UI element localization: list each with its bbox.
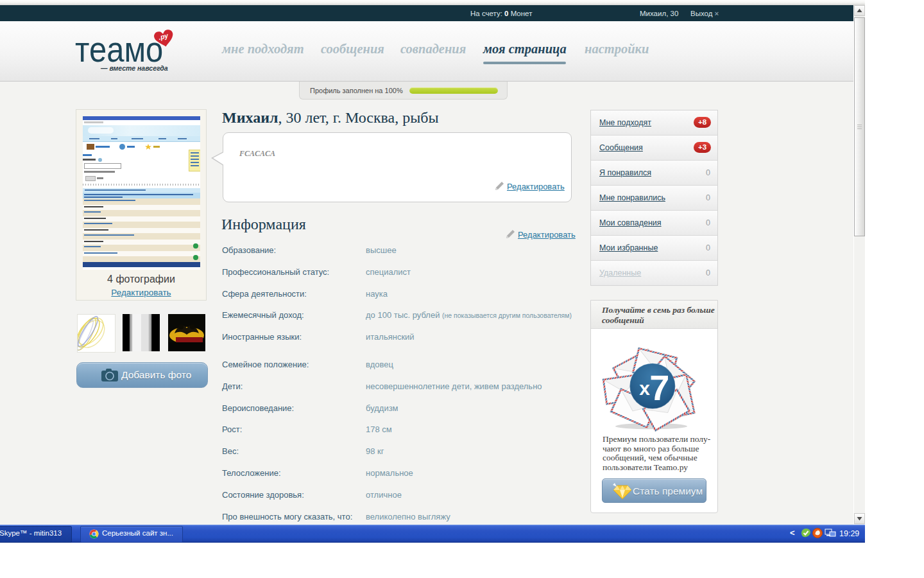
svg-text:x: x — [639, 378, 650, 399]
svg-text:7: 7 — [649, 367, 669, 408]
